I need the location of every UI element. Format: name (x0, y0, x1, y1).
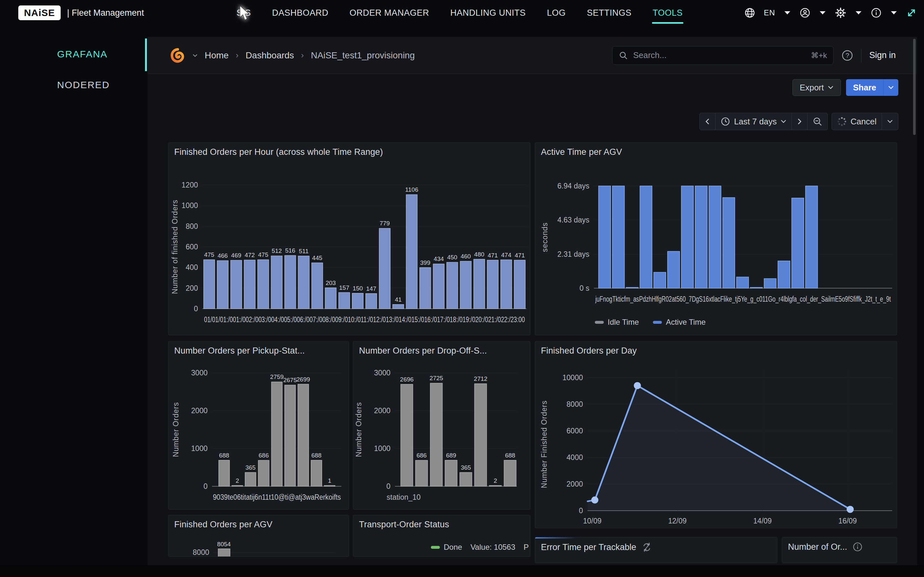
chevron-down-icon[interactable] (784, 11, 791, 15)
language-label: EN (764, 8, 775, 17)
chevron-left-icon (705, 118, 710, 125)
gear-icon[interactable] (835, 7, 846, 19)
tab-dashboard[interactable]: DASHBOARD (272, 0, 328, 26)
svg-text:365: 365 (461, 464, 471, 471)
bar-chart-dropoff[interactable]: 0100020003000Number Orders26966862725689… (353, 358, 530, 508)
svg-text:Number of finished Orders: Number of finished Orders (171, 200, 179, 294)
chevron-down-icon (828, 85, 834, 89)
sidebar-item-grafana[interactable]: GRAFANA (57, 49, 107, 60)
line-chart-per-day[interactable]: 0200040006000800010000Number Finished Or… (535, 359, 897, 528)
panel-error-icon[interactable] (641, 542, 652, 553)
svg-text:147: 147 (366, 285, 376, 292)
tab-handling-units[interactable]: HANDLING UNITS (451, 0, 526, 26)
legend-item-active-time[interactable]: Active Time (653, 318, 706, 327)
breadcrumb-dashboards[interactable]: Dashboards (246, 50, 294, 61)
info-icon[interactable] (853, 542, 863, 552)
share-button[interactable]: Share (846, 79, 883, 96)
zoom-out-button[interactable] (808, 113, 828, 130)
tab-order-manager[interactable]: ORDER MANAGER (350, 0, 429, 26)
bar-chart-finished-per-hour[interactable]: 020040060080010001200Number of finished … (168, 161, 530, 335)
sign-in-button[interactable]: Sign in (869, 50, 896, 60)
chevron-down-icon[interactable] (819, 11, 826, 15)
svg-text:2759: 2759 (270, 374, 284, 380)
svg-text:686: 686 (417, 452, 427, 459)
svg-text:9039te06titatij6n11t10@ti@atj3: 9039te06titatij6n11t10@ti@atj3waRerkoift… (213, 493, 341, 501)
svg-text:2696: 2696 (400, 376, 414, 383)
time-shift-forward-button[interactable] (792, 113, 808, 130)
svg-text:511: 511 (299, 248, 309, 255)
panel-title[interactable]: Number Orders per Drop-Off-S... (359, 346, 487, 356)
share-split-button: Share (846, 79, 898, 96)
svg-text:150: 150 (352, 285, 363, 292)
breadcrumb: Home › Dashboards › NAiSE_test1_provisio… (170, 48, 415, 63)
svg-text:600: 600 (186, 243, 198, 251)
svg-text:460: 460 (461, 253, 471, 259)
info-icon[interactable] (871, 7, 882, 18)
tab-settings[interactable]: SETTINGS (587, 0, 632, 26)
chevron-down-icon (887, 119, 893, 123)
panel-transport-order-status: Transport-Order Status Done Value: 10563… (353, 515, 530, 557)
svg-text:2000: 2000 (567, 480, 583, 488)
bar-chart-pickup[interactable]: 0100020003000Number Orders68823656862759… (168, 358, 349, 508)
status-legend: Done Value: 10563 P (431, 543, 529, 552)
svg-text:station_10: station_10 (387, 493, 421, 501)
scrollbar-thumb[interactable] (913, 39, 916, 135)
breadcrumb-separator: › (301, 50, 304, 60)
tab-tools[interactable]: TOOLS (653, 0, 683, 26)
panel-title[interactable]: Error Time per Trackable (541, 542, 636, 552)
svg-text:0: 0 (386, 482, 391, 490)
tab-log[interactable]: LOG (547, 0, 566, 26)
user-icon[interactable] (800, 7, 811, 18)
time-shift-back-button[interactable] (699, 113, 716, 130)
bottom-bar (0, 565, 924, 577)
search-box[interactable]: ⌘+k (612, 46, 834, 65)
grafana-embed: Home › Dashboards › NAiSE_test1_provisio… (148, 37, 917, 565)
chevron-down-icon[interactable] (192, 54, 198, 57)
bar-chart-active-time[interactable]: 0 s2.31 days4.63 days6.94 dayssecondsjuF… (535, 161, 897, 308)
refresh-group: Cancel (832, 113, 898, 130)
svg-text:203: 203 (326, 279, 336, 286)
panel-title[interactable]: Number of Or... (788, 542, 847, 552)
panel-title[interactable]: Active Time per AGV (541, 147, 622, 157)
panel-loading-indicator (535, 537, 577, 538)
svg-text:1000: 1000 (182, 201, 198, 210)
svg-text:474: 474 (501, 251, 511, 258)
panel-title[interactable]: Finished Orders per Hour (across whole T… (174, 147, 383, 157)
time-range-picker[interactable]: Last 7 days (716, 113, 792, 130)
svg-text:365: 365 (246, 464, 256, 471)
refresh-interval-button[interactable] (882, 113, 898, 130)
svg-text:689: 689 (446, 452, 456, 459)
chevron-down-icon (780, 119, 787, 123)
breadcrumb-home[interactable]: Home (205, 50, 229, 61)
sidebar-item-nodered[interactable]: NODERED (57, 79, 110, 90)
svg-text:400: 400 (186, 263, 198, 271)
legend-item-done[interactable]: Done (431, 543, 462, 552)
svg-text:2725: 2725 (430, 375, 443, 382)
svg-text:2712: 2712 (474, 376, 487, 382)
export-button[interactable]: Export (792, 79, 841, 96)
svg-text:1106: 1106 (405, 186, 418, 193)
globe-icon[interactable] (744, 7, 755, 18)
chevron-down-icon[interactable] (855, 11, 862, 15)
share-menu-button[interactable] (883, 79, 898, 96)
panel-finished-orders-per-agv: Finished Orders per AGV 80008054 (168, 515, 349, 557)
panel-title[interactable]: Finished Orders per Day (541, 346, 637, 356)
svg-text:0: 0 (194, 305, 198, 313)
bar-chart-per-agv[interactable]: 80008054 (168, 515, 349, 557)
search-icon (619, 51, 628, 60)
svg-text:4000: 4000 (567, 453, 583, 462)
legend-item-idle-time[interactable]: Idle Time (595, 318, 639, 327)
expand-icon[interactable] (906, 7, 917, 18)
breadcrumb-separator: › (236, 50, 239, 60)
panel-active-time-per-agv: Active Time per AGV 0 s2.31 days4.63 day… (535, 142, 897, 335)
cancel-button[interactable]: Cancel (832, 113, 882, 130)
panel-error-time-per-trackable: Error Time per Trackable (535, 537, 777, 563)
panel-title[interactable]: Number Orders per Pickup-Stat... (174, 346, 305, 356)
help-icon[interactable]: ? (841, 49, 853, 61)
grafana-logo[interactable] (170, 48, 186, 63)
svg-text:Number Orders: Number Orders (355, 402, 363, 457)
search-input[interactable] (632, 50, 806, 61)
svg-text:2699: 2699 (296, 376, 310, 383)
panel-title[interactable]: Transport-Order Status (359, 520, 449, 530)
chevron-down-icon[interactable] (890, 11, 897, 15)
